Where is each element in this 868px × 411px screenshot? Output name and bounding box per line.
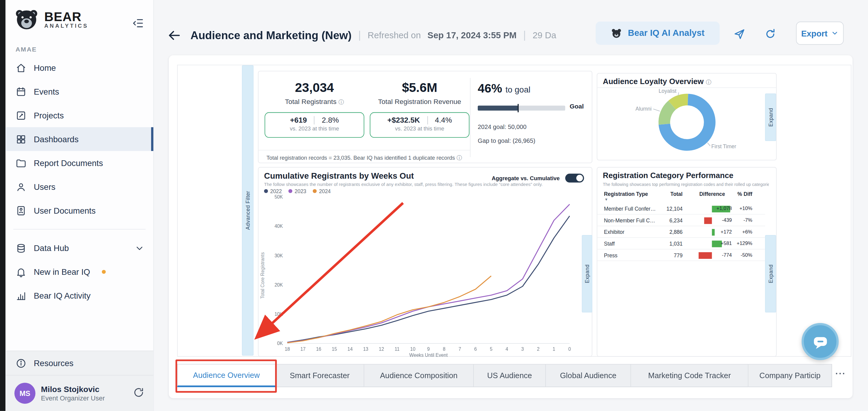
column-header-total[interactable]: Total <box>657 191 683 197</box>
sidebar-item-projects[interactable]: Projects <box>5 103 153 127</box>
refreshed-timestamp: Sep 17, 2024 3:55 PM <box>427 30 516 40</box>
sidebar-bottom-section: Resources MS Milos Stojkovic Event Organ… <box>5 351 153 411</box>
users-icon <box>16 181 27 192</box>
difference-bar <box>699 252 712 259</box>
advanced-filter-handle[interactable]: Advanced Filter <box>242 65 254 356</box>
info-icon[interactable]: ⓘ <box>457 155 462 161</box>
registrants-delta-caption: vs. 2023 at this time <box>265 126 364 132</box>
revenue-delta-pct: 4.4% <box>435 116 452 125</box>
sidebar-item-data-hub[interactable]: Data Hub <box>5 236 153 260</box>
loyalty-donut-chart <box>597 73 777 161</box>
difference-bar <box>704 217 712 224</box>
tab-global-audience[interactable]: Global Audience <box>546 364 631 387</box>
column-header-pct-diff[interactable]: % Diff <box>734 191 752 197</box>
registration-table-title: Registration Category Performance <box>603 171 734 180</box>
user-role: Event Organizer User <box>41 395 105 402</box>
refresh-icon[interactable] <box>761 25 779 43</box>
bear-mini-icon <box>611 27 622 39</box>
audience-loyalty-panel: Audience Loyalty Overview ⓘ Loyalist Alu… <box>597 73 777 160</box>
expand-registration-button[interactable]: Expand <box>765 235 776 312</box>
sidebar-item-home[interactable]: Home <box>5 56 153 79</box>
tab-us-audience[interactable]: US Audience <box>474 364 546 387</box>
bell-icon <box>16 266 27 277</box>
home-icon <box>16 62 27 73</box>
donut-label-first-timer: First Timer <box>711 143 746 149</box>
user-profile[interactable]: MS Milos Stojkovic Event Organizer User <box>5 375 153 411</box>
difference-bar <box>712 229 715 235</box>
total-revenue-value: $5.6M <box>368 80 471 95</box>
separator: | <box>523 29 526 41</box>
tab-audience-composition[interactable]: Audience Composition <box>364 364 474 387</box>
activity-chart-icon <box>16 290 27 301</box>
sidebar-item-users[interactable]: Users <box>5 175 153 199</box>
tab-marketing-code-tracker[interactable]: Marketing Code Tracker <box>631 364 748 387</box>
sort-desc-icon[interactable]: ▼ <box>604 197 608 201</box>
chevron-down-icon <box>831 29 839 37</box>
sidebar-item-user-documents[interactable]: User Documents <box>5 199 153 222</box>
goal-progress-fill <box>478 106 518 111</box>
tab-smart-forecaster[interactable]: Smart Forecaster <box>276 364 364 387</box>
brand-subname: ANALYTICS <box>44 23 88 29</box>
bear-iq-ai-analyst-button[interactable]: Bear IQ AI Analyst <box>596 22 720 45</box>
divider <box>314 116 315 125</box>
expand-cumulative-button[interactable]: Expand <box>582 235 592 312</box>
new-badge-dot <box>102 270 105 274</box>
divider <box>427 116 428 125</box>
divider <box>13 229 146 230</box>
registrants-delta: +619 <box>290 116 307 125</box>
donut-label-loyalist: Loyalist <box>650 88 677 94</box>
back-arrow-icon[interactable] <box>167 28 182 43</box>
info-icon[interactable]: ⓘ <box>338 99 344 105</box>
sidebar-nav: Home Events Projects Dashboards Report D… <box>5 56 153 307</box>
sidebar-item-dashboards[interactable]: Dashboards <box>5 127 153 151</box>
export-button[interactable]: Export <box>796 22 843 45</box>
page-header: Audience and Marketing (New) | Refreshed… <box>167 23 594 47</box>
goal-headline: 46%to goal <box>478 81 530 96</box>
sidebar-item-new-in-bear-iq[interactable]: New in Bear IQ <box>5 260 153 284</box>
tab-company-participation[interactable]: Company Particip <box>749 364 832 387</box>
main-area: Audience and Marketing (New) | Refreshed… <box>154 0 868 411</box>
dashboard-card: Advanced Filter 23,034 Total Registrants… <box>169 56 852 398</box>
revenue-delta: +$232.5K <box>387 116 420 125</box>
user-document-icon <box>16 205 27 216</box>
app-root: BEAR ANALYTICS AMAE Home Events Projects <box>0 0 868 411</box>
sidebar-item-resources[interactable]: Resources <box>5 351 153 375</box>
sidebar-collapse-icon[interactable] <box>131 16 146 31</box>
separator: | <box>358 29 361 41</box>
registrants-delta-pct: 2.8% <box>322 116 339 125</box>
sidebar-item-bear-iq-activity[interactable]: Bear IQ Activity <box>5 284 153 308</box>
left-edge-strip <box>0 0 5 411</box>
column-header-registration-type[interactable]: Registration Type <box>604 191 648 197</box>
table-row: Member Full Conference 12,104 +1,078 +10… <box>597 203 765 215</box>
x-axis-label: Weeks Until Event <box>287 352 570 358</box>
tab-audience-overview[interactable]: Audience Overview <box>177 364 276 387</box>
more-tabs-button[interactable]: ··· <box>832 368 849 379</box>
revenue-delta-caption: vs. 2023 at this time <box>370 126 469 132</box>
chat-widget-button[interactable] <box>802 323 839 360</box>
revenue-delta-box: +$232.5K 4.4% vs. 2023 at this time <box>370 112 469 138</box>
goal-percent: 46% <box>478 81 502 95</box>
info-icon <box>16 358 27 369</box>
total-revenue-label: Total Registration Revenue <box>368 98 471 106</box>
user-name: Milos Stojkovic <box>41 384 105 395</box>
kpi-panel: 23,034 Total Registrants ⓘ +619 2.8% vs.… <box>258 71 592 163</box>
projects-icon <box>16 110 27 121</box>
chevron-down-icon[interactable] <box>134 243 145 253</box>
sidebar-item-events[interactable]: Events <box>5 79 153 103</box>
logout-icon[interactable] <box>133 386 145 400</box>
sidebar: BEAR ANALYTICS AMAE Home Events Projects <box>5 0 154 411</box>
goal-target-line: 2024 goal: 50,000 <box>478 123 527 130</box>
difference-bar-cell: +581 <box>691 240 733 248</box>
chat-bubble-icon <box>811 333 829 350</box>
column-header-difference[interactable]: Difference <box>691 191 733 197</box>
send-icon[interactable] <box>730 25 748 43</box>
sidebar-item-report-documents[interactable]: Report Documents <box>5 151 153 175</box>
goal-progress-marker <box>518 104 519 112</box>
table-row: Non-Member Full Conferen... 6,234 -439 -… <box>597 214 765 226</box>
registration-performance-panel: Registration Category Performance The fo… <box>597 167 777 357</box>
cumulative-line-chart <box>258 168 593 357</box>
expand-loyalty-button[interactable]: Expand <box>765 94 776 141</box>
cumulative-registrants-panel: Cumulative Registrants by Weeks Out The … <box>258 167 592 357</box>
difference-bar-cell: +172 <box>691 228 733 236</box>
brand-name: BEAR <box>44 10 88 23</box>
